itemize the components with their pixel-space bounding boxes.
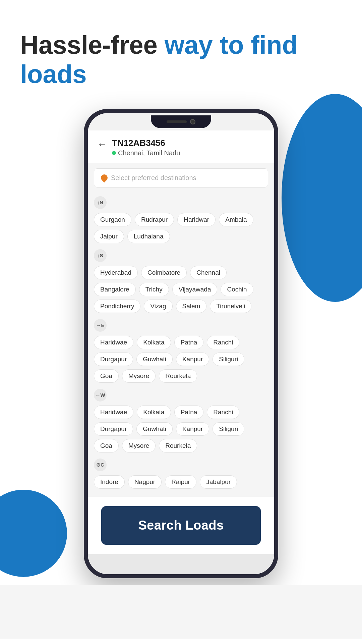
- chip-durgapur[interactable]: Durgapur: [94, 422, 133, 436]
- chip-pondicherry[interactable]: Pondicherry: [94, 300, 140, 313]
- chips-wrap-central: IndoreNagpurRaipurJabalpur: [94, 475, 268, 489]
- phone-notch: [151, 115, 211, 128]
- chips-wrap-east: HaridwaeKolkataPatnaRanchiDurgapurGuwhat…: [94, 336, 268, 383]
- header-section: Hassle-free way to find loads: [0, 0, 362, 89]
- chip-jabalpur[interactable]: Jabalpur: [200, 475, 237, 489]
- direction-header-central: ⊙C: [94, 459, 268, 471]
- chip-ludhaiana[interactable]: Ludhaiana: [127, 230, 170, 243]
- chip-patna[interactable]: Patna: [174, 406, 204, 419]
- chip-guwhati[interactable]: Guwhati: [136, 422, 173, 436]
- chip-nagpur[interactable]: Nagpur: [128, 475, 162, 489]
- chip-cochin[interactable]: Cochin: [221, 283, 253, 296]
- chip-gurgaon[interactable]: Gurgaon: [94, 213, 131, 226]
- chip-indore[interactable]: Indore: [94, 475, 125, 489]
- chip-haridwae[interactable]: Haridwae: [94, 336, 133, 349]
- chip-raipur[interactable]: Raipur: [165, 475, 196, 489]
- direction-header-south: ↓S: [94, 249, 268, 262]
- chip-patna[interactable]: Patna: [174, 336, 204, 349]
- direction-header-north: ↑N: [94, 196, 268, 209]
- direction-section-west: ←WHaridwaeKolkataPatnaRanchiDurgapurGuwh…: [94, 389, 268, 452]
- chip-mysore[interactable]: Mysore: [122, 369, 156, 383]
- direction-section-east: →EHaridwaeKolkataPatnaRanchiDurgapurGuwh…: [94, 319, 268, 383]
- chip-jaipur[interactable]: Jaipur: [94, 230, 124, 243]
- chip-haridwae[interactable]: Haridwae: [94, 406, 133, 419]
- vehicle-location: Chennai, Tamil Nadu: [112, 149, 180, 157]
- search-placeholder-text: Select preferred destinations: [111, 174, 196, 182]
- chip-coimbatore[interactable]: Coimbatore: [141, 266, 187, 279]
- bottom-action-bar: Search Loads: [88, 497, 274, 554]
- chips-wrap-south: HyderabadCoimbatoreChennaiBangaloreTrich…: [94, 266, 268, 313]
- notch-speaker: [167, 120, 187, 123]
- direction-icon-north: ↑N: [94, 196, 107, 209]
- title-blue-2: loads: [20, 60, 87, 88]
- direction-section-north: ↑NGurgaonRudrapurHaridwarAmbalaJaipurLud…: [94, 196, 268, 243]
- chip-tirunelveli[interactable]: Tirunelveli: [210, 300, 251, 313]
- chip-kanpur[interactable]: Kanpur: [176, 353, 209, 366]
- chip-vizag[interactable]: Vizag: [144, 300, 172, 313]
- directions-area: ↑NGurgaonRudrapurHaridwarAmbalaJaipurLud…: [88, 193, 274, 498]
- direction-icon-west: ←W: [94, 389, 107, 401]
- chip-durgapur[interactable]: Durgapur: [94, 353, 133, 366]
- chip-bangalore[interactable]: Bangalore: [94, 283, 136, 296]
- chip-goa[interactable]: Goa: [94, 369, 119, 383]
- location-dot-icon: [112, 151, 116, 155]
- chips-wrap-west: HaridwaeKolkataPatnaRanchiDurgapurGuwhat…: [94, 406, 268, 452]
- direction-section-south: ↓SHyderabadCoimbatoreChennaiBangaloreTri…: [94, 249, 268, 313]
- chip-kolkata[interactable]: Kolkata: [137, 336, 171, 349]
- phone-notch-bar: [88, 113, 274, 130]
- title-plain: Hassle-free: [20, 31, 165, 59]
- chip-ranchi[interactable]: Ranchi: [207, 406, 239, 419]
- phone-inner-shell: ← TN12AB3456 Chennai, Tamil Nadu Select …: [88, 113, 274, 574]
- back-button[interactable]: ←: [97, 139, 107, 150]
- vehicle-id: TN12AB3456: [112, 138, 180, 148]
- chip-siliguri[interactable]: Siliguri: [213, 422, 244, 436]
- direction-section-central: ⊙CIndoreNagpurRaipurJabalpur: [94, 459, 268, 489]
- chip-vijayawada[interactable]: Vijayawada: [172, 283, 218, 296]
- notch-camera: [190, 119, 195, 124]
- phone-mockup: ← TN12AB3456 Chennai, Tamil Nadu Select …: [0, 109, 362, 578]
- vehicle-info: TN12AB3456 Chennai, Tamil Nadu: [112, 138, 180, 157]
- direction-icon-east: →E: [94, 319, 107, 332]
- app-header: ← TN12AB3456 Chennai, Tamil Nadu: [88, 130, 274, 163]
- chip-guwhati[interactable]: Guwhati: [136, 353, 173, 366]
- direction-icon-south: ↓S: [94, 249, 107, 262]
- chip-rudrapur[interactable]: Rudrapur: [135, 213, 174, 226]
- chip-siliguri[interactable]: Siliguri: [213, 353, 244, 366]
- chip-goa[interactable]: Goa: [94, 439, 119, 452]
- chips-wrap-north: GurgaonRudrapurHaridwarAmbalaJaipurLudha…: [94, 213, 268, 243]
- chip-rourkela[interactable]: Rourkela: [159, 369, 197, 383]
- chip-kolkata[interactable]: Kolkata: [137, 406, 171, 419]
- phone-bottom-strip: [88, 554, 274, 574]
- chip-trichy[interactable]: Trichy: [139, 283, 169, 296]
- chip-haridwar[interactable]: Haridwar: [177, 213, 216, 226]
- direction-header-east: →E: [94, 319, 268, 332]
- chip-chennai[interactable]: Chennai: [190, 266, 227, 279]
- title-blue-1: way to find: [165, 31, 298, 59]
- app-screen: ← TN12AB3456 Chennai, Tamil Nadu Select …: [88, 130, 274, 498]
- direction-header-west: ←W: [94, 389, 268, 401]
- destination-search-input[interactable]: Select preferred destinations: [94, 168, 268, 187]
- chip-ambala[interactable]: Ambala: [219, 213, 253, 226]
- bottom-section: [0, 585, 362, 639]
- chip-hyderabad[interactable]: Hyderabad: [94, 266, 138, 279]
- chip-mysore[interactable]: Mysore: [122, 439, 156, 452]
- chip-kanpur[interactable]: Kanpur: [176, 422, 209, 436]
- phone-outer-shell: ← TN12AB3456 Chennai, Tamil Nadu Select …: [84, 109, 278, 578]
- direction-icon-central: ⊙C: [94, 459, 107, 471]
- pin-icon: [100, 173, 109, 182]
- chip-ranchi[interactable]: Ranchi: [207, 336, 239, 349]
- chip-rourkela[interactable]: Rourkela: [159, 439, 197, 452]
- page-title: Hassle-free way to find loads: [20, 30, 342, 89]
- chip-salem[interactable]: Salem: [176, 300, 207, 313]
- search-loads-button[interactable]: Search Loads: [101, 506, 261, 545]
